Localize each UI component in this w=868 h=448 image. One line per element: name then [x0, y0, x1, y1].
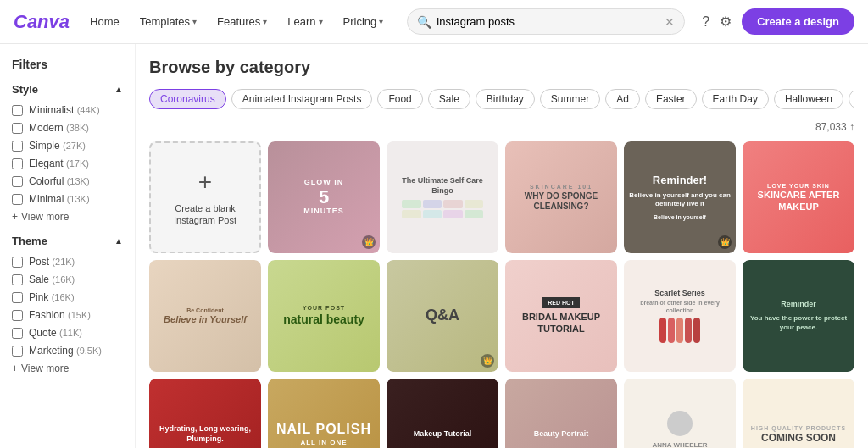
- filter-item-pink[interactable]: Pink (16K): [12, 291, 123, 303]
- filter-checkbox-colorful[interactable]: [12, 176, 23, 187]
- search-input[interactable]: [407, 8, 685, 35]
- category-tag-easter[interactable]: Easter: [645, 89, 697, 109]
- plus-icon: +: [198, 169, 212, 196]
- create-blank-item[interactable]: + Create a blank Instagram Post: [149, 141, 261, 253]
- template-item[interactable]: Q&A 👑: [387, 260, 498, 372]
- filter-item-elegant[interactable]: Elegant (17K): [12, 158, 123, 169]
- template-item[interactable]: Makeup Tutorial: [387, 379, 498, 448]
- navbar: Canva Home Templates ▾ Features ▾ Learn …: [0, 0, 868, 44]
- chevron-down-icon: ▾: [192, 17, 197, 26]
- create-design-button[interactable]: Create a design: [742, 8, 854, 35]
- filter-checkbox-fashion[interactable]: [12, 310, 23, 321]
- template-item[interactable]: Reminder You have the power to protect y…: [743, 260, 854, 372]
- filter-item-post[interactable]: Post (21K): [12, 256, 123, 268]
- nav-right: ? ⚙ Create a design: [702, 8, 854, 35]
- template-item[interactable]: NAIL POLISH ALL IN ONE: [268, 379, 380, 448]
- filter-checkbox-pink[interactable]: [12, 292, 23, 303]
- filter-checkbox-marketing[interactable]: [12, 346, 23, 357]
- filter-item-colorful[interactable]: Colorful (13K): [12, 175, 123, 187]
- filter-item-minimal[interactable]: Minimal (13K): [12, 193, 123, 205]
- filter-checkbox-minimalist[interactable]: [12, 105, 23, 116]
- filter-checkbox-elegant[interactable]: [12, 158, 23, 169]
- canva-logo[interactable]: Canva: [14, 11, 70, 33]
- search-wrapper: 🔍 ✕: [407, 8, 685, 35]
- template-item[interactable]: HIGH QUALITY PRODUCTS COMING SOON: [743, 379, 854, 448]
- category-tag-food[interactable]: Food: [377, 89, 422, 109]
- search-clear-icon[interactable]: ✕: [665, 15, 675, 29]
- theme-filter-section: Theme ▲ Post (21K) Sale (16K) Pink (16K)…: [12, 235, 123, 374]
- filter-checkbox-quote[interactable]: [12, 328, 23, 339]
- filter-checkbox-minimal[interactable]: [12, 194, 23, 205]
- theme-view-more[interactable]: + View more: [12, 362, 123, 374]
- template-item[interactable]: Be Confident Believe in Yourself: [149, 260, 261, 372]
- filter-title: Filters: [12, 58, 123, 71]
- chevron-up-icon-2[interactable]: ▲: [114, 236, 123, 246]
- search-icon: 🔍: [417, 15, 431, 29]
- template-item[interactable]: RED HOT BRIDAL MAKEUP TUTORIAL: [505, 260, 617, 372]
- chevron-down-icon: ▾: [379, 17, 383, 26]
- filter-item-simple[interactable]: Simple (27K): [12, 140, 123, 152]
- filter-item-quote[interactable]: Quote (11K): [12, 327, 123, 339]
- category-tag-birthday[interactable]: Birthday: [476, 89, 535, 109]
- content-area: Browse by category Coronavirus Animated …: [136, 44, 868, 448]
- template-item[interactable]: GLOW IN 5 MINUTES 👑: [268, 141, 380, 253]
- category-tag-fathersday[interactable]: Father's Day: [849, 89, 854, 109]
- style-filter-section: Style ▲ Minimalist (44K) Modern (38K) Si…: [12, 83, 123, 223]
- sidebar: Filters Style ▲ Minimalist (44K) Modern …: [0, 44, 136, 448]
- help-icon[interactable]: ?: [702, 14, 709, 30]
- template-item[interactable]: The Ultimate Self Care Bingo: [387, 141, 498, 253]
- filter-checkbox-modern[interactable]: [12, 123, 23, 134]
- blank-item-label: Create a blank Instagram Post: [151, 202, 259, 227]
- template-item[interactable]: Beauty Portrait: [505, 379, 617, 448]
- category-tag-halloween[interactable]: Halloween: [774, 89, 843, 109]
- settings-icon[interactable]: ⚙: [720, 14, 732, 30]
- nav-features[interactable]: Features ▾: [210, 10, 274, 33]
- category-tags: Coronavirus Animated Instagram Posts Foo…: [149, 89, 854, 109]
- filter-item-modern[interactable]: Modern (38K): [12, 122, 123, 134]
- nav-home[interactable]: Home: [83, 10, 126, 33]
- filter-item-minimalist[interactable]: Minimalist (44K): [12, 104, 123, 116]
- style-view-more[interactable]: + View more: [12, 211, 123, 223]
- template-item[interactable]: YOUR POST natural beauty: [268, 260, 380, 372]
- category-tag-summer[interactable]: Summer: [540, 89, 600, 109]
- chevron-up-icon[interactable]: ▲: [114, 85, 123, 94]
- theme-filter-title: Theme ▲: [12, 235, 123, 247]
- nav-templates[interactable]: Templates ▾: [133, 10, 203, 33]
- chevron-down-icon: ▾: [263, 17, 267, 26]
- template-item[interactable]: ANNA WHEELER MAKEUP ARTIST 🔒: [624, 379, 736, 448]
- filter-checkbox-sale[interactable]: [12, 274, 23, 285]
- filter-item-fashion[interactable]: Fashion (15K): [12, 309, 123, 321]
- filter-checkbox-post[interactable]: [12, 257, 23, 268]
- category-tag-animated[interactable]: Animated Instagram Posts: [231, 89, 373, 109]
- filter-item-marketing[interactable]: Marketing (9.5K): [12, 345, 123, 357]
- style-filter-title: Style ▲: [12, 83, 123, 96]
- filter-checkbox-simple[interactable]: [12, 141, 23, 152]
- template-item[interactable]: SKINCARE 101 WHY DO SPONGE CLEANSING?: [505, 141, 617, 253]
- template-item[interactable]: Reminder! Believe in yourself and you ca…: [624, 141, 736, 253]
- chevron-down-icon: ▾: [319, 17, 323, 26]
- category-tag-earthday[interactable]: Earth Day: [702, 89, 769, 109]
- template-item[interactable]: Hydrating, Long wearing, Plumping.: [149, 379, 261, 448]
- main-layout: Filters Style ▲ Minimalist (44K) Modern …: [0, 44, 868, 448]
- category-tag-coronavirus[interactable]: Coronavirus: [149, 89, 226, 109]
- category-tag-sale[interactable]: Sale: [428, 89, 470, 109]
- filter-item-sale[interactable]: Sale (16K): [12, 274, 123, 285]
- browse-title: Browse by category: [149, 58, 854, 77]
- template-grid: + Create a blank Instagram Post GLOW IN …: [149, 141, 854, 448]
- nav-learn[interactable]: Learn ▾: [281, 10, 329, 33]
- template-item[interactable]: LOVE YOUR SKIN SKINCARE AFTER MAKEUP: [743, 141, 854, 253]
- nav-pricing[interactable]: Pricing ▾: [337, 10, 391, 33]
- category-tag-ad[interactable]: Ad: [605, 89, 640, 109]
- result-count: 87,033 ↑: [149, 121, 854, 133]
- template-item[interactable]: Scarlet Series breath of other side in e…: [624, 260, 736, 372]
